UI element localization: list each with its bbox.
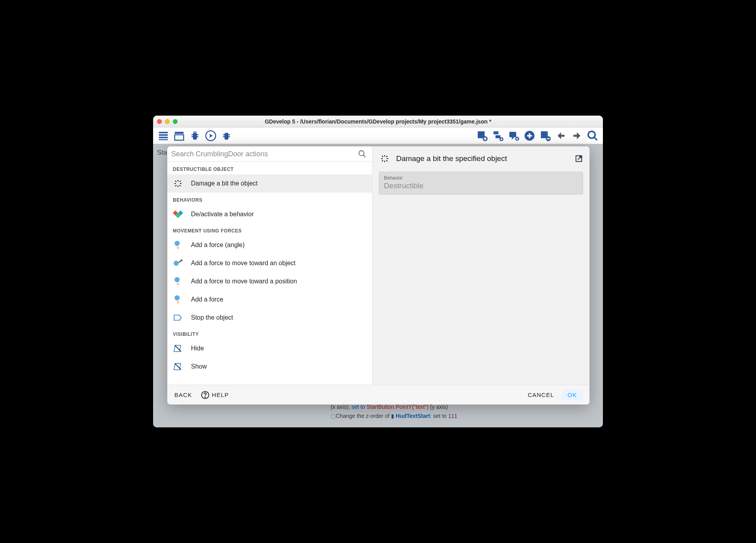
- svg-line-70: [382, 156, 383, 157]
- svg-rect-4: [175, 132, 184, 134]
- cancel-button[interactable]: CANCEL: [528, 391, 554, 398]
- param-value: Destructible: [384, 182, 578, 190]
- svg-marker-14: [210, 134, 213, 138]
- svg-line-48: [175, 181, 176, 182]
- svg-line-49: [180, 185, 181, 186]
- actions-list[interactable]: DESTRUCTIBLE OBJECT Damage a bit the obj…: [167, 162, 372, 385]
- play-icon[interactable]: [204, 129, 218, 143]
- action-label: Add a force: [191, 296, 223, 303]
- svg-line-50: [175, 185, 176, 186]
- svg-rect-2: [159, 137, 168, 138]
- search-input[interactable]: [171, 150, 358, 158]
- search-row: [167, 146, 372, 162]
- svg-rect-5: [175, 135, 184, 140]
- svg-rect-15: [225, 133, 228, 140]
- finger-icon: [172, 239, 184, 251]
- action-hide[interactable]: Hide: [167, 339, 372, 358]
- ok-button[interactable]: OK: [562, 389, 582, 401]
- finger-arrow-icon: [172, 257, 184, 269]
- svg-line-43: [363, 155, 366, 157]
- add-subevent-icon[interactable]: [491, 129, 505, 143]
- action-add-force[interactable]: Add a force: [167, 290, 372, 309]
- finger-icon: [172, 275, 184, 287]
- group-header: DESTRUCTIBLE OBJECT: [167, 162, 372, 174]
- debug2-icon[interactable]: [219, 129, 234, 143]
- details-title: Damage a bit the specified object: [396, 154, 569, 163]
- action-details-panel: Damage a bit the specified object Behavi…: [372, 146, 589, 385]
- delete-event-icon[interactable]: [538, 129, 552, 143]
- finger-icon: [172, 294, 184, 305]
- svg-point-56: [174, 261, 179, 266]
- action-label: Stop the object: [191, 314, 233, 321]
- svg-rect-3: [159, 139, 168, 140]
- app-window: GDevelop 5 - /Users/florian/Documents/GD…: [153, 116, 603, 427]
- param-label: Behavior: [384, 175, 578, 181]
- maximize-window-button[interactable]: [173, 119, 178, 124]
- stop-icon: [172, 312, 184, 324]
- back-button[interactable]: BACK: [174, 391, 192, 398]
- group-header: BEHAVIORS: [167, 193, 372, 205]
- action-add-force-angle[interactable]: Add a force (angle): [167, 236, 372, 254]
- svg-line-71: [386, 160, 387, 161]
- group-header: VISIBILITY: [167, 327, 372, 339]
- svg-rect-1: [159, 134, 168, 136]
- search-toolbar-icon[interactable]: [586, 129, 600, 143]
- action-toggle-behavior[interactable]: De/activate a behavior: [167, 205, 372, 223]
- action-label: De/activate a behavior: [191, 211, 254, 218]
- svg-point-40: [588, 131, 595, 138]
- svg-rect-0: [159, 132, 168, 133]
- burst-icon: [379, 153, 391, 165]
- svg-line-73: [386, 156, 387, 157]
- action-label: Add a force to move toward an object: [191, 260, 296, 267]
- action-show[interactable]: Show: [167, 358, 372, 376]
- layer-icon: [172, 343, 184, 354]
- help-button[interactable]: HELP: [201, 391, 229, 399]
- svg-rect-6: [193, 133, 197, 140]
- action-add-force-toward-object[interactable]: Add a force to move toward an object: [167, 254, 372, 272]
- action-damage-object[interactable]: Damage a bit the object: [167, 174, 372, 193]
- burst-icon: [172, 178, 184, 189]
- svg-rect-29: [509, 132, 516, 137]
- window-controls: [157, 119, 178, 124]
- action-label: Add a force to move toward a position: [191, 278, 297, 285]
- redo-icon[interactable]: [570, 129, 584, 143]
- action-label: Add a force (angle): [191, 242, 245, 249]
- svg-point-42: [359, 151, 364, 156]
- open-external-icon[interactable]: [574, 154, 583, 163]
- svg-rect-24: [494, 131, 499, 134]
- svg-rect-25: [496, 135, 501, 138]
- add-event-icon[interactable]: [475, 129, 489, 143]
- svg-marker-30: [512, 137, 514, 139]
- svg-point-77: [205, 397, 206, 397]
- layer-icon: [172, 361, 184, 373]
- window-title: GDevelop 5 - /Users/florian/Documents/GD…: [153, 118, 603, 125]
- details-header: Damage a bit the specified object: [379, 153, 583, 165]
- minimize-window-button[interactable]: [165, 119, 170, 124]
- titlebar: GDevelop 5 - /Users/florian/Documents/GD…: [153, 116, 603, 127]
- main-toolbar: [153, 127, 603, 144]
- dialog-footer: BACK HELP CANCEL OK: [167, 385, 589, 404]
- properties-panel-icon[interactable]: [172, 129, 186, 143]
- action-picker-dialog: DESTRUCTIBLE OBJECT Damage a bit the obj…: [167, 146, 589, 404]
- action-label: Show: [191, 363, 207, 370]
- svg-line-51: [180, 181, 181, 182]
- behavior-param-field[interactable]: Behavior Destructible: [379, 172, 583, 195]
- actions-left-panel: DESTRUCTIBLE OBJECT Damage a bit the obj…: [167, 146, 372, 385]
- puzzle-icon: [172, 208, 184, 220]
- svg-marker-61: [174, 315, 181, 320]
- action-stop-object[interactable]: Stop the object: [167, 309, 372, 327]
- action-label: Hide: [191, 345, 204, 352]
- add-comment-icon[interactable]: [507, 129, 521, 143]
- action-add-force-toward-position[interactable]: Add a force to move toward a position: [167, 272, 372, 290]
- svg-point-55: [174, 241, 180, 246]
- project-panel-icon[interactable]: [156, 129, 170, 143]
- svg-point-60: [174, 295, 180, 300]
- undo-icon[interactable]: [554, 129, 568, 143]
- add-special-icon[interactable]: [522, 129, 537, 143]
- svg-line-72: [382, 160, 383, 161]
- group-header: MOVEMENT USING FORCES: [167, 223, 372, 236]
- close-window-button[interactable]: [157, 119, 162, 124]
- search-icon[interactable]: [358, 150, 367, 158]
- svg-line-75: [578, 157, 581, 160]
- debug-icon[interactable]: [188, 129, 202, 143]
